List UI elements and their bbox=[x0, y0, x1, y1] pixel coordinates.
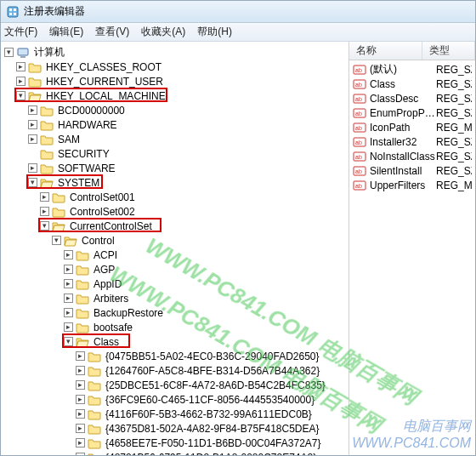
tree-item-bootsafe[interactable]: ▸bootsafe bbox=[64, 320, 348, 334]
value-row[interactable]: IconPathREG_MULTI_SZ bbox=[349, 120, 475, 134]
tree-item-guid[interactable]: ▸{0475BB51-5A02-4EC0-B36C-29040FAD2650} bbox=[76, 349, 348, 363]
expand-icon[interactable]: ▸ bbox=[76, 453, 85, 455]
toggle-spacer bbox=[28, 149, 37, 158]
expand-icon[interactable]: ▸ bbox=[16, 62, 26, 71]
folder-icon bbox=[88, 364, 101, 378]
values-list[interactable]: (默认)REG_SZClassREG_SZClassDescREG_SZEnum… bbox=[349, 60, 475, 455]
expand-icon[interactable]: ▸ bbox=[28, 120, 37, 129]
folder-icon bbox=[40, 118, 54, 132]
expand-icon[interactable]: ▸ bbox=[76, 424, 85, 433]
tree-item-sam[interactable]: ▸SAM bbox=[28, 132, 348, 146]
menu-favorites[interactable]: 收藏夹(A) bbox=[141, 25, 185, 39]
tree-label: BCD00000000 bbox=[56, 105, 127, 117]
string-value-icon bbox=[353, 164, 366, 178]
value-row[interactable]: (默认)REG_SZ bbox=[349, 62, 475, 77]
value-row[interactable]: SilentInstallREG_SZ bbox=[349, 163, 475, 178]
tree-item-controlset001[interactable]: ▸ControlSet001 bbox=[40, 190, 348, 204]
collapse-icon[interactable]: ▾ bbox=[4, 48, 14, 57]
tree-label: BackupRestore bbox=[92, 307, 165, 319]
col-header-type[interactable]: 类型 bbox=[422, 42, 475, 60]
value-type: REG_SZ bbox=[436, 64, 472, 76]
expand-icon[interactable]: ▸ bbox=[16, 77, 26, 86]
expand-icon[interactable]: ▸ bbox=[76, 438, 85, 447]
tree-label: AppID bbox=[92, 278, 123, 290]
expand-icon[interactable]: ▸ bbox=[40, 207, 49, 216]
expand-icon[interactable]: ▸ bbox=[28, 163, 37, 173]
tree-item-hardware[interactable]: ▸HARDWARE bbox=[28, 117, 348, 132]
expand-icon[interactable]: ▸ bbox=[28, 134, 37, 144]
string-value-icon bbox=[353, 106, 366, 120]
tree-label: {0475BB51-5A02-4EC0-B36C-29040FAD2650} bbox=[104, 351, 321, 362]
folder-icon bbox=[76, 292, 89, 305]
value-type: REG_SZ bbox=[436, 78, 472, 90]
tree-item-hkcu[interactable]: ▸HKEY_CURRENT_USER bbox=[16, 74, 348, 88]
expand-icon[interactable]: ▸ bbox=[76, 351, 85, 361]
expand-icon[interactable]: ▸ bbox=[40, 192, 49, 202]
value-row[interactable]: ClassDescREG_SZ bbox=[349, 91, 475, 105]
menu-file[interactable]: 文件(F) bbox=[4, 25, 37, 39]
value-name: ClassDesc bbox=[370, 93, 436, 105]
expand-icon[interactable]: ▸ bbox=[64, 250, 73, 259]
string-value-icon bbox=[353, 92, 366, 105]
folder-icon bbox=[40, 162, 54, 175]
col-header-name[interactable]: 名称 bbox=[349, 42, 422, 60]
collapse-icon[interactable]: ▾ bbox=[16, 91, 26, 100]
expand-icon[interactable]: ▸ bbox=[64, 308, 73, 317]
expand-icon[interactable]: ▸ bbox=[76, 409, 85, 419]
tree-item-guid[interactable]: ▸{25DBCE51-6C8F-4A72-8A6D-B54C2B4FC835} bbox=[76, 378, 348, 392]
tree-item-class[interactable]: ▾Class bbox=[64, 334, 348, 349]
tree-item-software[interactable]: ▸SOFTWARE bbox=[28, 161, 348, 175]
tree-label: CurrentControlSet bbox=[68, 220, 154, 232]
value-row[interactable]: UpperFiltersREG_MULTI_SZ bbox=[349, 178, 475, 192]
tree-item-agp[interactable]: ▸AGP bbox=[64, 262, 348, 276]
tree-item-controlset002[interactable]: ▸ControlSet002 bbox=[40, 204, 348, 219]
titlebar[interactable]: 注册表编辑器 bbox=[1, 1, 475, 23]
computer-icon bbox=[16, 46, 30, 60]
expand-icon[interactable]: ▸ bbox=[76, 366, 85, 375]
tree-item-acpi[interactable]: ▸ACPI bbox=[64, 248, 348, 262]
menu-edit[interactable]: 编辑(E) bbox=[49, 25, 83, 39]
expand-icon[interactable]: ▸ bbox=[64, 279, 73, 288]
string-value-icon bbox=[353, 179, 366, 192]
tree-item-hklm[interactable]: ▾HKEY_LOCAL_MACHINE bbox=[16, 88, 348, 103]
value-row[interactable]: EnumPropPag...REG_SZ bbox=[349, 105, 475, 120]
tree-label: ACPI bbox=[92, 249, 119, 261]
tree-item-currentcontrolset[interactable]: ▾CurrentControlSet bbox=[40, 219, 348, 233]
window: 注册表编辑器 文件(F) 编辑(E) 查看(V) 收藏夹(A) 帮助(H) ▾计… bbox=[0, 0, 476, 456]
tree-label: 计算机 bbox=[32, 45, 66, 60]
tree-item-guid[interactable]: ▸{4116F60F-5B3-4662-B732-99A6111EDC0B} bbox=[76, 407, 348, 421]
tree-item-hkcr[interactable]: ▸HKEY_CLASSES_ROOT bbox=[16, 60, 348, 74]
tree-item-guid[interactable]: ▸{48721B56-6795-11D2-B1A8-0080C72E74A2} bbox=[76, 450, 348, 455]
tree-item-bcd[interactable]: ▸BCD00000000 bbox=[28, 103, 348, 117]
collapse-icon[interactable]: ▾ bbox=[52, 236, 61, 245]
tree-item-guid[interactable]: ▸{1264760F-A5C8-4BFE-B314-D56A7B44A362} bbox=[76, 363, 348, 378]
tree-item-system[interactable]: ▾SYSTEM bbox=[28, 175, 348, 190]
value-row[interactable]: NoInstallClassREG_SZ bbox=[349, 149, 475, 163]
tree-item-control[interactable]: ▾Control bbox=[52, 233, 348, 248]
value-row[interactable]: ClassREG_SZ bbox=[349, 77, 475, 91]
collapse-icon[interactable]: ▾ bbox=[40, 221, 49, 231]
value-row[interactable]: Installer32REG_SZ bbox=[349, 134, 475, 149]
expand-icon[interactable]: ▸ bbox=[76, 395, 85, 404]
tree-item-guid[interactable]: ▸{4658EE7E-F050-11D1-B6BD-00C04FA372A7} bbox=[76, 436, 348, 450]
tree-pane[interactable]: ▾计算机▸HKEY_CLASSES_ROOT▸HKEY_CURRENT_USER… bbox=[1, 42, 349, 455]
expand-icon[interactable]: ▸ bbox=[64, 294, 73, 303]
collapse-icon[interactable]: ▾ bbox=[64, 337, 73, 346]
expand-icon[interactable]: ▸ bbox=[76, 380, 85, 390]
tree-item-computer[interactable]: ▾计算机 bbox=[4, 45, 348, 60]
collapse-icon[interactable]: ▾ bbox=[28, 178, 37, 187]
menu-help[interactable]: 帮助(H) bbox=[197, 25, 232, 39]
tree-item-security[interactable]: SECURITY bbox=[28, 146, 348, 161]
tree-item-arbiters[interactable]: ▸Arbiters bbox=[64, 291, 348, 305]
expand-icon[interactable]: ▸ bbox=[28, 105, 37, 115]
folder-icon bbox=[76, 306, 89, 320]
tree-item-guid[interactable]: ▸{36FC9E60-C465-11CF-8056-444553540000} bbox=[76, 392, 348, 407]
tree-item-appid[interactable]: ▸AppID bbox=[64, 276, 348, 291]
expand-icon[interactable]: ▸ bbox=[64, 322, 73, 332]
value-name: (默认) bbox=[370, 62, 436, 77]
tree-item-backuprestore[interactable]: ▸BackupRestore bbox=[64, 305, 348, 320]
expand-icon[interactable]: ▸ bbox=[64, 265, 73, 274]
menu-view[interactable]: 查看(V) bbox=[95, 25, 129, 39]
tree-item-guid[interactable]: ▸{43675D81-502A-4A82-9F84-B75F418C5DEA} bbox=[76, 421, 348, 436]
folder-icon bbox=[28, 60, 42, 74]
